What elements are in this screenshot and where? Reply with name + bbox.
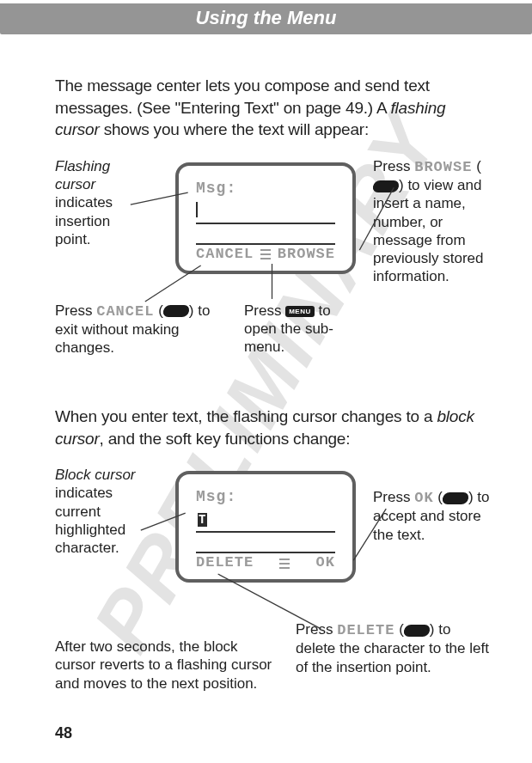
annotation-ok: Press OK () to accept and store the text… xyxy=(373,488,492,544)
softkey-ok: OK xyxy=(316,553,335,573)
annotation-cancel: Press CANCEL () to exit without making c… xyxy=(55,302,227,357)
softkey-delete: DELETE xyxy=(196,553,254,573)
ann-em: Flashing cursor xyxy=(55,158,110,192)
intro-text-b: shows you where the text will appear: xyxy=(100,120,369,138)
t: Press xyxy=(373,489,414,505)
ma: When you enter text, the flashing cursor… xyxy=(55,407,437,425)
ap: indicates current highlighted character. xyxy=(55,485,125,556)
sk-browse: BROWSE xyxy=(414,159,472,175)
ae: Block cursor xyxy=(55,467,136,483)
diagram-1: Flashing cursor indicates insertion poin… xyxy=(55,157,492,389)
softkey-right-icon-2 xyxy=(442,492,469,504)
phone-screen-2: Msg: DELETE OK xyxy=(175,471,356,583)
annotation-two-seconds: After two seconds, the block cursor reve… xyxy=(55,638,278,693)
sk-ok: OK xyxy=(414,490,433,506)
t2: ( xyxy=(154,302,162,319)
annotation-delete: Press DELETE () to delete the character … xyxy=(296,620,492,676)
annotation-block-cursor: Block cursor indicates current highlight… xyxy=(55,466,145,557)
softkey-left-icon xyxy=(162,305,190,317)
mb: , and the soft key functions change: xyxy=(100,430,351,448)
softkey-browse: BROWSE xyxy=(278,245,335,265)
menu-icon-2 xyxy=(279,559,290,569)
t: Press xyxy=(55,302,96,319)
softkey-cancel: CANCEL xyxy=(196,245,254,265)
msg-colon: : xyxy=(226,178,236,198)
annotation-browse: Press BROWSE () to view and insert a nam… xyxy=(373,157,492,286)
mid-paragraph: When you enter text, the flashing cursor… xyxy=(55,406,492,449)
flashing-cursor-icon xyxy=(196,202,198,217)
menu-icon xyxy=(260,249,271,259)
t: Press xyxy=(296,621,337,638)
t: Press xyxy=(244,302,285,319)
msg-colon2: : xyxy=(226,486,236,507)
t3: ) to view and insert a name, number, or … xyxy=(373,177,484,284)
menu-key-icon: MENU xyxy=(285,306,315,317)
t2: ( xyxy=(472,158,480,174)
diagram-2: Block cursor indicates current highlight… xyxy=(55,466,492,715)
t: Press xyxy=(373,158,414,174)
block-cursor-icon xyxy=(198,513,207,527)
phone-screen-1: Msg: CANCEL BROWSE xyxy=(175,162,356,274)
ann-plain: indicates insertion point. xyxy=(55,194,113,247)
intro-text-a: The message center lets you compose and … xyxy=(55,76,430,117)
annotation-flashing-cursor: Flashing cursor indicates insertion poin… xyxy=(55,157,132,248)
t2: ( xyxy=(434,489,443,505)
intro-paragraph: The message center lets you compose and … xyxy=(55,75,492,141)
annotation-menu: Press MENU to open the sub-menu. xyxy=(244,302,356,357)
sk-delete: DELETE xyxy=(337,622,394,638)
t2: ( xyxy=(394,621,403,638)
msg-label: Msg xyxy=(196,178,226,198)
softkey-left-icon-2 xyxy=(403,625,431,637)
page-number: 48 xyxy=(55,724,72,742)
page-title-bar: Using the Menu xyxy=(0,3,532,34)
sk-cancel: CANCEL xyxy=(96,303,154,320)
softkey-right-icon xyxy=(372,180,400,192)
msg-label2: Msg xyxy=(196,486,226,507)
